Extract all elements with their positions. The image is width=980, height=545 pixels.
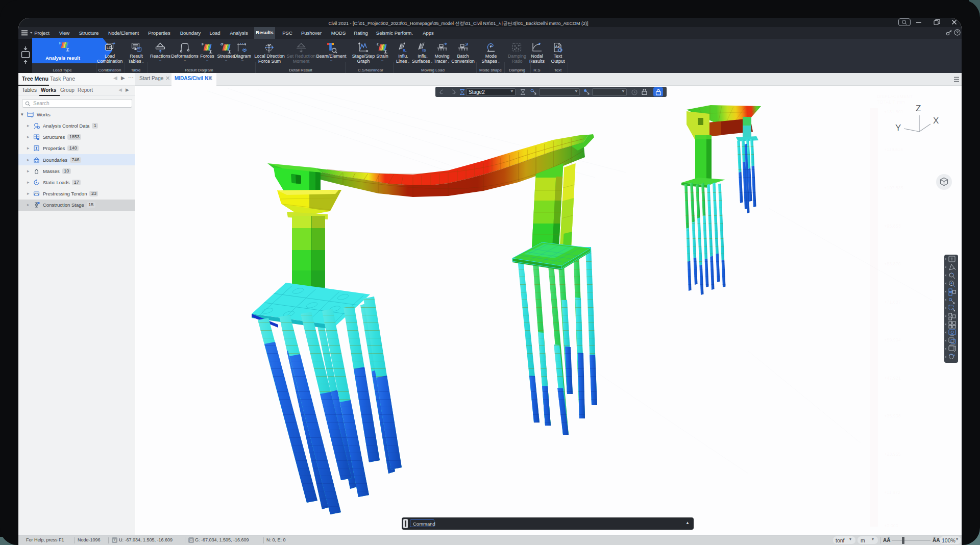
svg-text:+71.887: +71.887 — [884, 300, 901, 305]
svg-text:+35.938: +35.938 — [884, 413, 901, 418]
svg-text:+23.955: +23.955 — [884, 452, 901, 457]
svg-text:Y: Y — [895, 123, 901, 133]
svg-text:X: X — [933, 116, 939, 126]
svg-text:IS: IS — [423, 48, 426, 53]
svg-text:+0.000: +0.000 — [884, 523, 898, 528]
svg-text:+11.972: +11.972 — [884, 490, 900, 495]
svg-text:F: F — [202, 42, 204, 46]
svg-text:σ: σ — [220, 42, 224, 46]
svg-text:T: T — [138, 47, 140, 51]
svg-text:G: G — [189, 538, 192, 543]
svg-text:Aa: Aa — [555, 45, 560, 48]
svg-text:+119.818: +119.818 — [884, 147, 903, 152]
svg-text:+83.870: +83.870 — [884, 261, 901, 266]
svg-text:ε: ε — [377, 42, 379, 46]
svg-text:DISPLACEMENT: DISPLACEMENT — [877, 94, 913, 99]
svg-text:Z: Z — [916, 104, 921, 113]
svg-text:U: U — [113, 538, 116, 543]
svg-text:+59.904: +59.904 — [884, 337, 901, 342]
svg-text:F: F — [59, 41, 62, 45]
svg-text:LC: LC — [107, 46, 111, 49]
svg-text:+95.853: +95.853 — [884, 224, 901, 229]
svg-text:+47.921: +47.921 — [884, 376, 901, 381]
svg-text:IL: IL — [403, 48, 407, 53]
svg-text:+107.835: +107.835 — [884, 185, 903, 190]
